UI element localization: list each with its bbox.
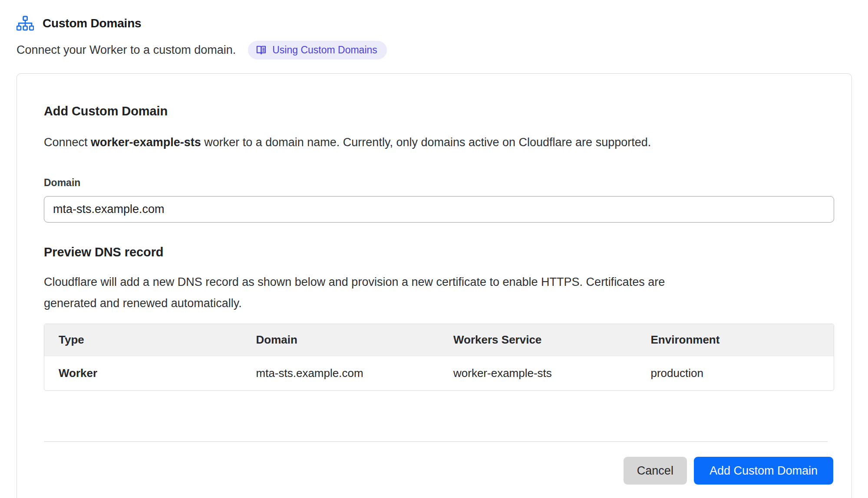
card-heading: Add Custom Domain (44, 104, 833, 118)
card-intro-text: Connect worker-example-sts worker to a d… (44, 136, 833, 149)
custom-domains-page: Custom Domains Connect your Worker to a … (0, 0, 868, 498)
column-header-domain: Domain (242, 324, 439, 356)
page-subheader: Connect your Worker to a custom domain. … (17, 41, 851, 59)
footer-divider (44, 441, 828, 442)
domain-field-label: Domain (44, 177, 833, 189)
cell-domain: mta-sts.example.com (242, 356, 439, 390)
cancel-button[interactable]: Cancel (624, 457, 687, 485)
column-header-environment: Environment (637, 324, 834, 356)
add-custom-domain-card: Add Custom Domain Connect worker-example… (17, 73, 852, 498)
cell-workers-service: worker-example-sts (439, 356, 637, 390)
sitemap-icon (17, 16, 34, 31)
card-actions: Cancel Add Custom Domain (44, 457, 833, 485)
table-row: Worker mta-sts.example.com worker-exampl… (44, 356, 834, 390)
docs-link-label: Using Custom Domains (272, 44, 377, 56)
column-header-type: Type (44, 324, 242, 356)
page-title: Custom Domains (43, 16, 141, 30)
worker-name: worker-example-sts (91, 136, 201, 149)
docs-link-badge[interactable]: Using Custom Domains (248, 41, 387, 59)
page-header: Custom Domains (17, 16, 851, 31)
cell-environment: production (637, 356, 834, 390)
cell-type: Worker (44, 356, 242, 390)
column-header-workers-service: Workers Service (439, 324, 637, 356)
domain-input[interactable] (44, 196, 834, 223)
preview-dns-description: Cloudflare will add a new DNS record as … (44, 272, 833, 314)
table-header-row: Type Domain Workers Service Environment (44, 324, 834, 356)
dns-preview-table: Type Domain Workers Service Environment … (44, 324, 834, 391)
page-subtitle: Connect your Worker to a custom domain. (17, 43, 236, 57)
open-book-icon (255, 44, 267, 56)
add-custom-domain-button[interactable]: Add Custom Domain (694, 457, 833, 485)
preview-dns-heading: Preview DNS record (44, 245, 833, 259)
